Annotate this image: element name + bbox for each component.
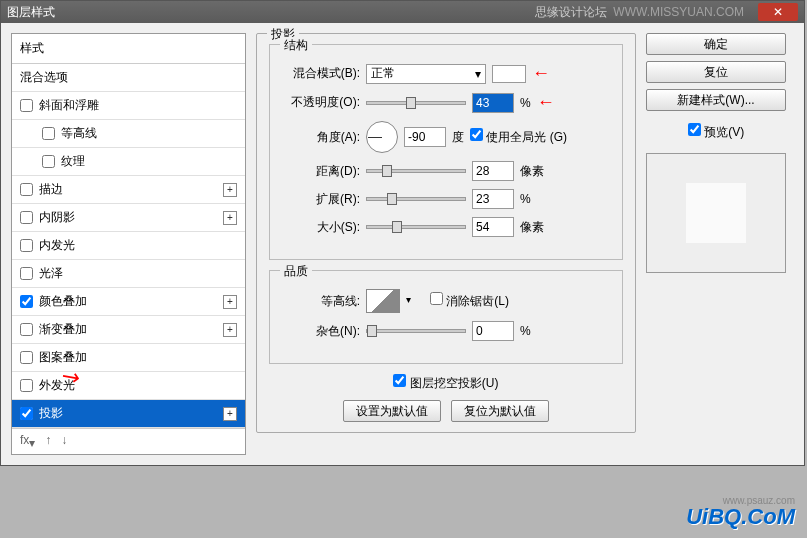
close-button[interactable]: ✕ [758,3,798,21]
shadow-color-swatch[interactable] [492,65,526,83]
spread-label: 扩展(R): [282,191,360,208]
style-item[interactable]: 斜面和浮雕 [12,92,245,120]
preview-swatch [686,183,746,243]
opacity-label: 不透明度(O): [282,94,360,111]
styles-footer: fx▾ ↑ ↓ [12,428,245,454]
chevron-down-icon: ▾ [475,67,481,81]
window-title: 图层样式 [7,4,55,21]
style-checkbox[interactable] [42,127,55,140]
quality-group: 品质 等高线: 消除锯齿(L) 杂色(N): % [269,270,623,364]
style-checkbox[interactable] [42,155,55,168]
styles-list-panel: 样式 混合选项 斜面和浮雕等高线纹理描边+内阴影+内发光光泽颜色叠加+渐变叠加+… [11,33,246,455]
style-checkbox[interactable] [20,295,33,308]
watermark-logo: UiBQ.CoM [686,504,795,530]
ok-button[interactable]: 确定 [646,33,786,55]
opacity-slider[interactable] [366,101,466,105]
size-slider[interactable] [366,225,466,229]
set-default-button[interactable]: 设置为默认值 [343,400,441,422]
distance-label: 距离(D): [282,163,360,180]
style-checkbox[interactable] [20,267,33,280]
blend-mode-label: 混合模式(B): [282,65,360,82]
style-item[interactable]: 等高线 [12,120,245,148]
style-item[interactable]: 外发光 [12,372,245,400]
style-checkbox[interactable] [20,183,33,196]
style-label: 光泽 [39,265,63,282]
titlebar[interactable]: 图层样式 思缘设计论坛 WWW.MISSYUAN.COM ✕ [1,1,804,23]
style-checkbox[interactable] [20,379,33,392]
style-label: 纹理 [61,153,85,170]
action-panel: 确定 复位 新建样式(W)... 预览(V) [646,33,786,455]
plus-icon[interactable]: + [223,407,237,421]
style-checkbox[interactable] [20,99,33,112]
global-light-checkbox[interactable]: 使用全局光 (G) [470,128,567,146]
drop-shadow-fieldset: 投影 结构 混合模式(B): 正常▾ ← 不透明度(O): [256,33,636,433]
dialog-content: 样式 混合选项 斜面和浮雕等高线纹理描边+内阴影+内发光光泽颜色叠加+渐变叠加+… [1,23,804,465]
style-item[interactable]: 纹理 [12,148,245,176]
style-item[interactable]: 光泽 [12,260,245,288]
fx-label[interactable]: fx▾ [20,433,35,450]
contour-picker[interactable] [366,289,400,313]
style-item[interactable]: 图案叠加 [12,344,245,372]
style-label: 图案叠加 [39,349,87,366]
style-label: 颜色叠加 [39,293,87,310]
arrow-down-icon[interactable]: ↓ [61,433,67,450]
styles-header: 样式 [12,34,245,64]
arrow-up-icon[interactable]: ↑ [45,433,51,450]
style-label: 斜面和浮雕 [39,97,99,114]
quality-title: 品质 [280,263,312,280]
plus-icon[interactable]: + [223,323,237,337]
style-item[interactable]: 投影+ [12,400,245,428]
style-checkbox[interactable] [20,351,33,364]
opacity-input[interactable] [472,93,514,113]
angle-input[interactable] [404,127,446,147]
annotation-arrow: ← [537,92,555,113]
distance-input[interactable] [472,161,514,181]
titlebar-brand: 思缘设计论坛 [535,4,607,21]
settings-panel: 投影 结构 混合模式(B): 正常▾ ← 不透明度(O): [256,33,636,455]
style-label: 内发光 [39,237,75,254]
spread-slider[interactable] [366,197,466,201]
style-label: 投影 [39,405,63,422]
structure-title: 结构 [280,37,312,54]
style-item[interactable]: 内阴影+ [12,204,245,232]
preview-box [646,153,786,273]
plus-icon[interactable]: + [223,183,237,197]
size-input[interactable] [472,217,514,237]
layer-style-dialog: 图层样式 思缘设计论坛 WWW.MISSYUAN.COM ✕ 样式 混合选项 斜… [0,0,805,466]
angle-label: 角度(A): [282,129,360,146]
style-checkbox[interactable] [20,211,33,224]
style-checkbox[interactable] [20,323,33,336]
style-label: 描边 [39,181,63,198]
contour-label: 等高线: [282,293,360,310]
annotation-arrow: ← [532,63,550,84]
reset-default-button[interactable]: 复位为默认值 [451,400,549,422]
spread-input[interactable] [472,189,514,209]
angle-dial[interactable] [366,121,398,153]
plus-icon[interactable]: + [223,211,237,225]
knockout-checkbox[interactable]: 图层挖空投影(U) [393,374,498,392]
style-item[interactable]: 渐变叠加+ [12,316,245,344]
style-label: 内阴影 [39,209,75,226]
style-label: 渐变叠加 [39,321,87,338]
antialias-checkbox[interactable]: 消除锯齿(L) [430,292,509,310]
style-checkbox[interactable] [20,239,33,252]
titlebar-url: WWW.MISSYUAN.COM [613,5,744,19]
size-label: 大小(S): [282,219,360,236]
noise-input[interactable] [472,321,514,341]
distance-slider[interactable] [366,169,466,173]
noise-slider[interactable] [366,329,466,333]
style-item[interactable]: 颜色叠加+ [12,288,245,316]
cancel-button[interactable]: 复位 [646,61,786,83]
blend-mode-select[interactable]: 正常▾ [366,64,486,84]
style-item[interactable]: 内发光 [12,232,245,260]
new-style-button[interactable]: 新建样式(W)... [646,89,786,111]
noise-label: 杂色(N): [282,323,360,340]
structure-group: 结构 混合模式(B): 正常▾ ← 不透明度(O): % [269,44,623,260]
blending-options-item[interactable]: 混合选项 [12,64,245,92]
plus-icon[interactable]: + [223,295,237,309]
style-checkbox[interactable] [20,407,33,420]
style-item[interactable]: 描边+ [12,176,245,204]
style-label: 等高线 [61,125,97,142]
preview-checkbox[interactable]: 预览(V) [688,123,744,141]
